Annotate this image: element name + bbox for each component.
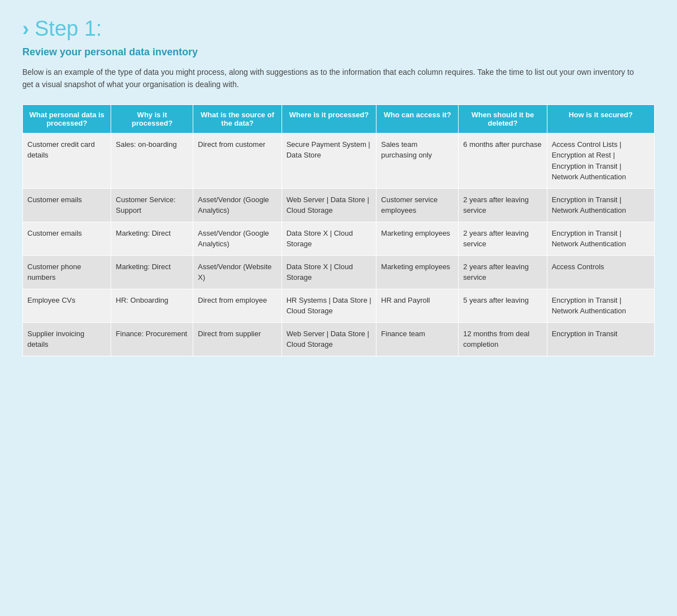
cell-r1-c1: Customer credit card details xyxy=(23,133,111,188)
cell-r5-c7: Encryption in Transit | Network Authenti… xyxy=(547,289,654,322)
cell-r2-c5: Customer service employees xyxy=(376,188,459,222)
cell-r5-c1: Employee CVs xyxy=(23,289,111,322)
col-header-3: What is the source of the data? xyxy=(193,104,282,133)
cell-r6-c1: Supplier invoicing details xyxy=(23,322,111,356)
cell-r2-c4: Web Server | Data Store | Cloud Storage xyxy=(282,188,376,222)
table-row: Employee CVsHR: OnboardingDirect from em… xyxy=(23,289,655,322)
description-text: Below is an example of the type of data … xyxy=(22,66,637,91)
cell-r5-c4: HR Systems | Data Store | Cloud Storage xyxy=(282,289,376,322)
cell-r2-c1: Customer emails xyxy=(23,188,111,222)
col-header-2: Why is it processed? xyxy=(111,104,193,133)
table-row: Customer emailsCustomer Service: Support… xyxy=(23,188,655,222)
cell-r6-c4: Web Server | Data Store | Cloud Storage xyxy=(282,322,376,356)
cell-r6-c3: Direct from supplier xyxy=(193,322,282,356)
cell-r3-c5: Marketing employees xyxy=(376,222,459,255)
cell-r1-c5: Sales team purchasing only xyxy=(376,133,459,188)
cell-r4-c6: 2 years after leaving service xyxy=(459,255,547,289)
cell-r2-c7: Encryption in Transit | Network Authenti… xyxy=(547,188,654,222)
cell-r6-c6: 12 months from deal completion xyxy=(459,322,547,356)
table-row: Supplier invoicing detailsFinance: Procu… xyxy=(23,322,655,356)
cell-r4-c2: Marketing: Direct xyxy=(111,255,193,289)
cell-r6-c5: Finance team xyxy=(376,322,459,356)
cell-r5-c6: 5 years after leaving xyxy=(459,289,547,322)
cell-r1-c6: 6 months after purchase xyxy=(459,133,547,188)
cell-r4-c1: Customer phone numbers xyxy=(23,255,111,289)
col-header-6: When should it be deleted? xyxy=(459,104,547,133)
cell-r6-c7: Encryption in Transit xyxy=(547,322,654,356)
cell-r4-c7: Access Controls xyxy=(547,255,654,289)
cell-r2-c3: Asset/Vendor (Google Analytics) xyxy=(193,188,282,222)
cell-r3-c6: 2 years after leaving service xyxy=(459,222,547,255)
col-header-5: Who can access it? xyxy=(376,104,459,133)
cell-r2-c2: Customer Service: Support xyxy=(111,188,193,222)
cell-r1-c3: Direct from customer xyxy=(193,133,282,188)
section-subtitle: Review your personal data inventory xyxy=(22,46,655,58)
col-header-1: What personal data is processed? xyxy=(23,104,111,133)
cell-r3-c3: Asset/Vendor (Google Analytics) xyxy=(193,222,282,255)
cell-r5-c3: Direct from employee xyxy=(193,289,282,322)
col-header-7: How is it secured? xyxy=(547,104,654,133)
cell-r1-c2: Sales: on-boarding xyxy=(111,133,193,188)
cell-r6-c2: Finance: Procurement xyxy=(111,322,193,356)
table-header-row: What personal data is processed? Why is … xyxy=(23,104,655,133)
col-header-4: Where is it processed? xyxy=(282,104,376,133)
cell-r4-c3: Asset/Vendor (Website X) xyxy=(193,255,282,289)
table-row: Customer credit card detailsSales: on-bo… xyxy=(23,133,655,188)
cell-r3-c4: Data Store X | Cloud Storage xyxy=(282,222,376,255)
data-inventory-table: What personal data is processed? Why is … xyxy=(22,104,655,356)
cell-r1-c7: Access Control Lists | Encryption at Res… xyxy=(547,133,654,188)
cell-r4-c4: Data Store X | Cloud Storage xyxy=(282,255,376,289)
cell-r3-c7: Encryption in Transit | Network Authenti… xyxy=(547,222,654,255)
cell-r1-c4: Secure Payment System | Data Store xyxy=(282,133,376,188)
cell-r4-c5: Marketing employees xyxy=(376,255,459,289)
chevron-icon: › xyxy=(22,19,29,39)
table-row: Customer emailsMarketing: DirectAsset/Ve… xyxy=(23,222,655,255)
cell-r3-c1: Customer emails xyxy=(23,222,111,255)
step-title: Step 1: xyxy=(35,17,102,41)
cell-r5-c2: HR: Onboarding xyxy=(111,289,193,322)
table-row: Customer phone numbersMarketing: DirectA… xyxy=(23,255,655,289)
cell-r2-c6: 2 years after leaving service xyxy=(459,188,547,222)
step-header: › Step 1: xyxy=(22,17,655,41)
cell-r3-c2: Marketing: Direct xyxy=(111,222,193,255)
cell-r5-c5: HR and Payroll xyxy=(376,289,459,322)
